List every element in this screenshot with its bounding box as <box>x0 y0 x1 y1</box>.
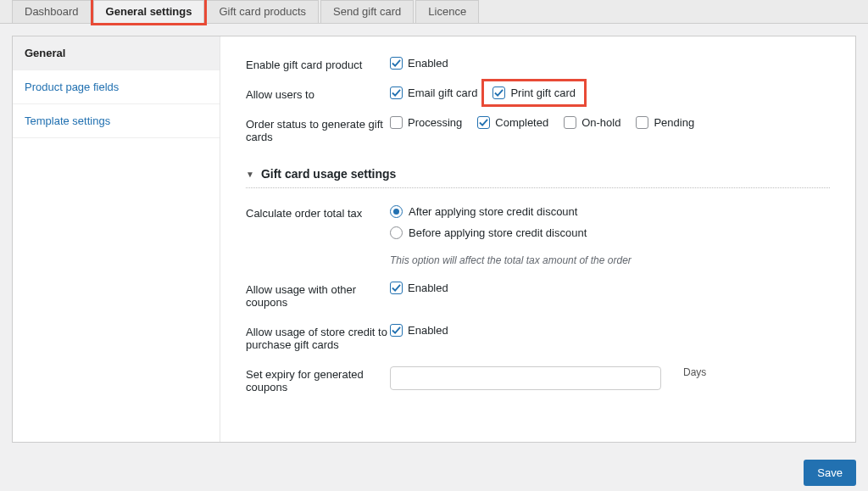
tab-send-gift-card[interactable]: Send gift card <box>320 0 414 23</box>
save-button[interactable]: Save <box>804 460 856 486</box>
checkbox-completed[interactable]: Completed <box>477 116 548 129</box>
checkbox-print-gift-card[interactable]: Print gift card <box>481 79 587 107</box>
checkbox-purchase-gc[interactable]: Enabled <box>390 324 448 337</box>
sidebar: General Product page fields Template set… <box>13 36 220 442</box>
tab-dashboard[interactable]: Dashboard <box>12 0 92 23</box>
label-purchase-gc: Allow usage of store credit to purchase … <box>246 324 390 351</box>
label-allow-users: Allow users to <box>246 86 390 101</box>
check-icon <box>479 118 488 127</box>
checkbox-email-gift-card[interactable]: Email gift card <box>390 86 477 99</box>
check-icon <box>392 283 401 293</box>
check-icon <box>494 88 504 98</box>
checkbox-on-hold-label: On-hold <box>581 116 620 129</box>
checkbox-other-coupons-label: Enabled <box>408 282 448 294</box>
checkbox-email-label: Email gift card <box>408 86 477 99</box>
check-icon <box>392 326 401 335</box>
radio-before-discount[interactable]: Before applying store credit discount <box>390 226 632 239</box>
checkbox-pending[interactable]: Pending <box>636 116 694 129</box>
checkbox-print-label: Print gift card <box>510 86 576 99</box>
radio-before-label: Before applying store credit discount <box>409 226 587 239</box>
checkbox-other-coupons[interactable]: Enabled <box>390 282 448 294</box>
radio-after-label: After applying store credit discount <box>409 205 577 218</box>
tab-licence[interactable]: Licence <box>415 0 479 23</box>
label-order-status: Order status to generate gift cards <box>246 116 390 143</box>
main-panel: General Product page fields Template set… <box>12 36 856 443</box>
checkbox-enable-label: Enabled <box>408 57 448 70</box>
chevron-down-icon: ▼ <box>246 170 254 179</box>
expiry-input[interactable] <box>390 366 661 390</box>
label-calc-tax: Calculate order total tax <box>246 205 390 220</box>
checkbox-processing-label: Processing <box>408 116 462 129</box>
checkbox-enable-gift-card[interactable]: Enabled <box>390 57 448 70</box>
calc-tax-description: This option will affect the total tax am… <box>390 254 632 266</box>
tab-bar: Dashboard General settings Gift card pro… <box>0 0 868 24</box>
checkbox-completed-label: Completed <box>495 116 548 129</box>
sidebar-item-template-settings[interactable]: Template settings <box>13 104 220 138</box>
label-enable-gift-card: Enable gift card product <box>246 57 390 71</box>
section-title-usage: Gift card usage settings <box>261 167 396 181</box>
content-area: Enable gift card product Enabled Allow u… <box>220 36 855 442</box>
label-other-coupons: Allow usage with other coupons <box>246 282 390 309</box>
sidebar-item-general[interactable]: General <box>13 36 220 70</box>
check-icon <box>392 88 401 98</box>
tab-general-settings[interactable]: General settings <box>93 0 205 23</box>
check-icon <box>392 59 401 68</box>
sidebar-item-product-page-fields[interactable]: Product page fields <box>13 70 220 104</box>
label-expiry: Set expiry for generated coupons <box>246 366 390 393</box>
tab-gift-card-products[interactable]: Gift card products <box>206 0 319 23</box>
radio-after-discount[interactable]: After applying store credit discount <box>390 205 632 218</box>
checkbox-on-hold[interactable]: On-hold <box>564 116 620 129</box>
checkbox-pending-label: Pending <box>654 116 694 129</box>
section-header-usage[interactable]: ▼ Gift card usage settings <box>246 167 830 188</box>
checkbox-processing[interactable]: Processing <box>390 116 462 129</box>
checkbox-purchase-gc-label: Enabled <box>408 324 448 337</box>
expiry-unit: Days <box>683 366 706 378</box>
